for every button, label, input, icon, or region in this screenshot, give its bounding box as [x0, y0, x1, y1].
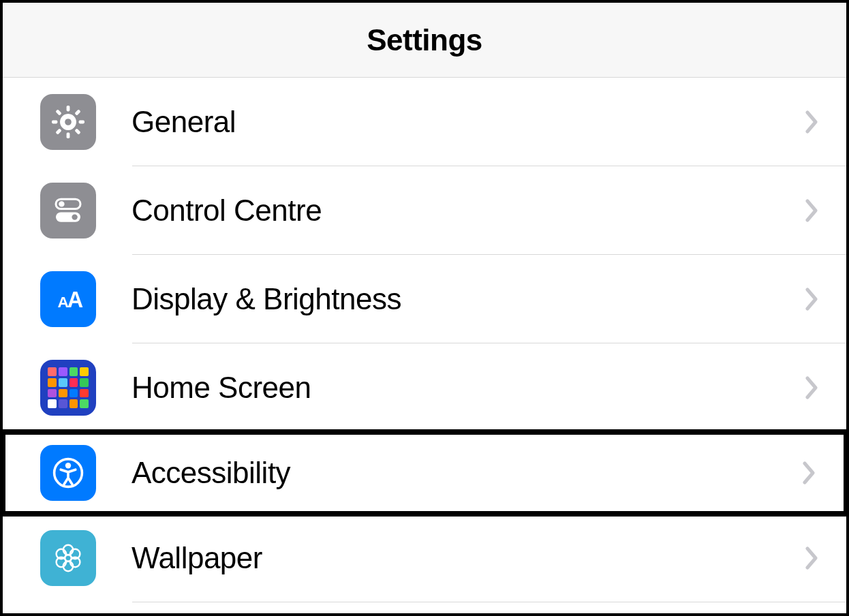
row-home-screen[interactable]: Home Screen: [3, 343, 846, 432]
row-wallpaper[interactable]: Wallpaper: [3, 514, 846, 602]
svg-point-15: [65, 463, 71, 468]
svg-point-22: [65, 555, 72, 561]
text-size-icon: A A: [40, 271, 96, 327]
row-label-display: Display & Brightness: [132, 282, 805, 316]
chevron-right-icon: [805, 288, 819, 311]
row-accessibility[interactable]: Accessibility: [0, 429, 849, 517]
row-general[interactable]: General: [3, 78, 846, 166]
gear-icon: [40, 94, 96, 150]
row-control-centre[interactable]: Control Centre: [3, 166, 846, 255]
chevron-right-icon: [805, 199, 819, 222]
svg-point-9: [59, 201, 64, 206]
flower-icon: [40, 530, 96, 586]
row-label-accessibility: Accessibility: [132, 456, 803, 490]
svg-rect-0: [67, 106, 70, 111]
chevron-right-icon: [805, 376, 819, 399]
accessibility-icon: [40, 445, 96, 501]
toggles-icon: [40, 183, 96, 238]
svg-text:A: A: [67, 288, 83, 312]
chevron-right-icon: [803, 461, 816, 484]
header: Settings: [3, 3, 846, 78]
svg-rect-1: [67, 133, 70, 138]
settings-list: General Control Centre A A D: [3, 78, 846, 602]
svg-rect-6: [55, 109, 61, 115]
svg-rect-7: [74, 128, 80, 134]
row-label-general: General: [132, 105, 805, 139]
app-grid-icon: [40, 360, 96, 416]
separator: [132, 602, 846, 602]
row-label-wallpaper: Wallpaper: [132, 541, 805, 575]
row-label-control-centre: Control Centre: [132, 194, 805, 228]
chevron-right-icon: [805, 546, 819, 570]
svg-rect-5: [55, 128, 61, 134]
svg-rect-3: [79, 121, 84, 124]
svg-rect-4: [74, 109, 80, 115]
page-title: Settings: [367, 23, 482, 57]
svg-point-11: [72, 214, 77, 219]
svg-rect-2: [52, 121, 57, 124]
row-label-home-screen: Home Screen: [132, 371, 805, 405]
row-display[interactable]: A A Display & Brightness: [3, 255, 846, 343]
chevron-right-icon: [805, 110, 819, 134]
